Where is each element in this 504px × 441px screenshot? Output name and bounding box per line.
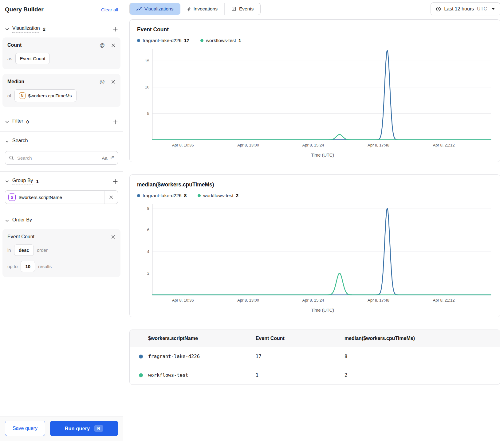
save-query-button[interactable]: Save query — [5, 421, 45, 436]
column-header-script-name: $workers.scriptName — [130, 336, 256, 341]
of-label: of — [7, 93, 11, 98]
svg-text:Apr 8, 10:36: Apr 8, 10:36 — [172, 143, 194, 147]
page-title: Query Builder — [5, 6, 44, 13]
at-mention-icon[interactable]: @ — [100, 43, 105, 48]
filter-count: 0 — [26, 119, 29, 124]
bolt-icon — [187, 6, 191, 12]
table-header-row: $workers.scriptName Event Count median($… — [130, 330, 500, 347]
legend-item[interactable]: fragrant-lake-d226 8 — [137, 193, 187, 198]
svg-text:Apr 8, 21:12: Apr 8, 21:12 — [433, 298, 455, 302]
visualization-section-label[interactable]: Visualization — [12, 25, 40, 33]
chevron-down-icon[interactable] — [5, 27, 9, 31]
as-label: as — [7, 56, 12, 61]
sort-direction-select[interactable]: desc — [14, 244, 34, 256]
string-type-icon: S — [8, 193, 16, 201]
close-icon[interactable] — [111, 235, 116, 239]
median-cputime-chart-card: median($workers.cpuTimeMs) fragrant-lake… — [129, 174, 500, 317]
clear-all-link[interactable]: Clear all — [101, 7, 118, 12]
clock-icon — [436, 6, 441, 12]
visualization-card-median: Median @ of N $workers.cpuTimeMs — [2, 74, 120, 107]
order-by-section-header: Order By — [0, 211, 123, 228]
svg-text:Apr 8, 10:36: Apr 8, 10:36 — [172, 298, 194, 302]
app-root: Query Builder Clear all Visualization 2 … — [0, 0, 504, 441]
order-label: order — [37, 248, 48, 253]
order-by-field: Event Count — [7, 234, 34, 240]
visualization-card-count: Count @ as Event Count — [2, 37, 120, 69]
regex-icon[interactable]: ▪* — [111, 155, 114, 160]
svg-text:5: 5 — [147, 111, 149, 116]
view-tabs: Visualizations Invocations Events — [129, 3, 261, 15]
chevron-down-icon[interactable] — [5, 120, 9, 124]
run-query-button[interactable]: Run query R — [50, 421, 118, 436]
table-row: workflows-test 1 2 — [130, 366, 500, 384]
line-chart: 51015Apr 8, 10:36Apr 8, 13:00Apr 8, 15:2… — [137, 46, 493, 149]
x-axis-title: Time (UTC) — [137, 153, 493, 158]
chart-title: Event Count — [137, 26, 493, 33]
remove-group-by-button[interactable] — [104, 191, 118, 204]
legend-dot — [137, 39, 140, 42]
line-chart-icon — [136, 7, 142, 11]
visualization-section-header: Visualization 2 — [0, 19, 123, 37]
chart-title: median($workers.cpuTimeMs) — [137, 181, 493, 188]
search-section-label[interactable]: Search — [12, 138, 28, 145]
svg-text:Apr 8, 21:12: Apr 8, 21:12 — [433, 143, 455, 147]
svg-text:Apr 8, 13:00: Apr 8, 13:00 — [237, 143, 259, 147]
column-header-event-count: Event Count — [256, 336, 345, 341]
series-color-dot — [139, 355, 143, 359]
group-by-item[interactable]: S $workers.scriptName — [5, 190, 118, 204]
legend-dot — [137, 194, 140, 197]
line-chart: 2468Apr 8, 10:36Apr 8, 13:00Apr 8, 15:24… — [137, 201, 493, 304]
svg-text:Apr 8, 17:48: Apr 8, 17:48 — [368, 298, 389, 302]
topbar: Visualizations Invocations Events — [129, 2, 500, 15]
close-icon[interactable] — [111, 80, 116, 84]
group-by-section-label[interactable]: Group By — [12, 178, 33, 185]
at-mention-icon[interactable]: @ — [100, 79, 105, 84]
filter-section-label[interactable]: Filter — [12, 118, 23, 125]
column-header-median: median($workers.cpuTimeMs) — [345, 336, 500, 341]
add-visualization-button[interactable] — [112, 26, 118, 32]
in-label: in — [7, 248, 11, 253]
svg-text:8: 8 — [147, 206, 149, 211]
alias-field[interactable]: Event Count — [15, 53, 50, 64]
chevron-down-icon[interactable] — [5, 219, 9, 223]
search-section-header: Search — [0, 132, 123, 149]
field-selector[interactable]: N $workers.cpuTimeMs — [14, 89, 77, 102]
chevron-down-icon — [491, 8, 495, 10]
svg-text:15: 15 — [145, 59, 149, 63]
add-group-by-button[interactable] — [112, 179, 118, 184]
legend-item[interactable]: workflows-test 2 — [198, 193, 238, 198]
legend-dot — [200, 39, 203, 42]
svg-text:6: 6 — [147, 228, 149, 232]
match-case-icon[interactable]: Aa — [102, 155, 107, 161]
add-filter-button[interactable] — [112, 119, 118, 125]
search-input[interactable] — [17, 155, 99, 161]
chevron-down-icon[interactable] — [5, 179, 9, 184]
tab-invocations[interactable]: Invocations — [180, 3, 224, 15]
chart-plot-area[interactable]: 51015Apr 8, 10:36Apr 8, 13:00Apr 8, 15:2… — [137, 46, 493, 150]
viz-card-title: Count — [7, 42, 22, 48]
svg-text:10: 10 — [145, 85, 149, 89]
timezone-label: UTC — [477, 6, 487, 12]
group-by-section-header: Group By 1 — [0, 172, 123, 189]
tab-visualizations[interactable]: Visualizations — [130, 3, 180, 15]
close-icon[interactable] — [111, 43, 116, 48]
order-by-card: Event Count in desc order up to 10 resul… — [2, 229, 120, 277]
group-by-field: $workers.scriptName — [19, 195, 62, 200]
visualization-count: 2 — [43, 26, 45, 32]
tab-events[interactable]: Events — [224, 3, 260, 15]
legend-item[interactable]: fragrant-lake-d226 17 — [137, 38, 189, 43]
sidebar-header: Query Builder Clear all — [0, 0, 123, 19]
search-icon — [9, 155, 14, 161]
chevron-down-icon[interactable] — [5, 139, 9, 144]
series-color-dot — [139, 373, 143, 377]
table-row: fragrant-lake-d226 17 8 — [130, 347, 500, 366]
order-by-section-label[interactable]: Order By — [12, 217, 32, 224]
query-builder-sidebar: Query Builder Clear all Visualization 2 … — [0, 0, 123, 441]
legend-item[interactable]: workflows-test 1 — [200, 38, 241, 43]
x-axis-title: Time (UTC) — [137, 308, 493, 313]
limit-input[interactable]: 10 — [21, 261, 35, 272]
svg-text:Apr 8, 13:00: Apr 8, 13:00 — [237, 298, 259, 302]
time-range-selector[interactable]: Last 12 hours UTC — [431, 2, 500, 15]
chart-plot-area[interactable]: 2468Apr 8, 10:36Apr 8, 13:00Apr 8, 15:24… — [137, 201, 493, 305]
time-range-label: Last 12 hours — [444, 6, 474, 12]
